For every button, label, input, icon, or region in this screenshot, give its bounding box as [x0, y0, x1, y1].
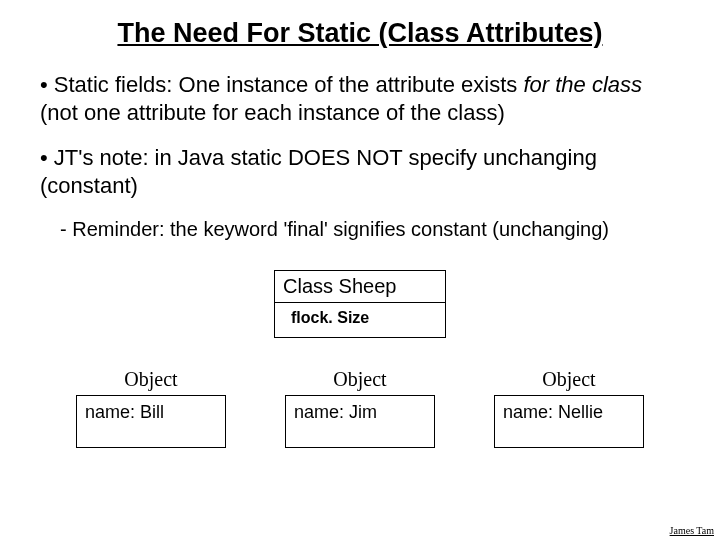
- object-2: Object name: Jim: [285, 368, 435, 448]
- bullet-1-text-a: Static fields: One instance of the attri…: [54, 72, 524, 97]
- object-3-label: Object: [494, 368, 644, 391]
- bullet-1: Static fields: One instance of the attri…: [40, 71, 680, 126]
- object-2-box: name: Jim: [285, 395, 435, 448]
- object-1-box: name: Bill: [76, 395, 226, 448]
- slide-title: The Need For Static (Class Attributes): [40, 18, 680, 49]
- footer-author: James Tam: [670, 525, 714, 536]
- class-box-attribute: flock. Size: [275, 303, 445, 337]
- object-3-box: name: Nellie: [494, 395, 644, 448]
- slide: The Need For Static (Class Attributes) S…: [0, 0, 720, 540]
- object-1: Object name: Bill: [76, 368, 226, 448]
- object-1-label: Object: [76, 368, 226, 391]
- bullet-1-text-b: for the class: [523, 72, 642, 97]
- class-box: Class Sheep flock. Size: [274, 270, 446, 338]
- bullet-1-text-c: (not one attribute for each instance of …: [40, 100, 505, 125]
- bullet-2: JT's note: in Java static DOES NOT speci…: [40, 144, 680, 199]
- bullet-list: Static fields: One instance of the attri…: [40, 71, 680, 242]
- sub-bullet-1: Reminder: the keyword 'final' signifies …: [60, 217, 680, 242]
- object-2-label: Object: [285, 368, 435, 391]
- objects-row: Object name: Bill Object name: Jim Objec…: [76, 368, 644, 448]
- object-3: Object name: Nellie: [494, 368, 644, 448]
- class-box-title: Class Sheep: [275, 271, 445, 303]
